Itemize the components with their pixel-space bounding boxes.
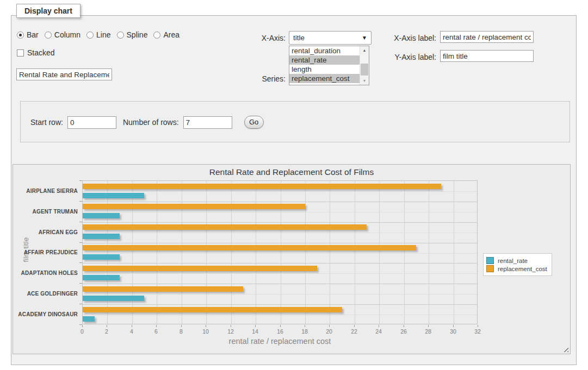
- category-label: AGENT TRUMAN: [17, 209, 78, 215]
- x-axis-label-input[interactable]: [440, 31, 534, 43]
- x-tick-mark: [181, 325, 182, 327]
- gridline-vertical: [330, 181, 330, 324]
- x-tick-mark: [329, 325, 330, 327]
- gridline-horizontal-minor: [83, 191, 477, 192]
- category-label: AFFAIR PREJUDICE: [17, 249, 78, 255]
- chart-legend: rental_ratereplacement_cost: [483, 253, 552, 276]
- row-range-panel: Start row: Number of rows: Go: [20, 101, 570, 142]
- x-tick-label: 22: [351, 328, 357, 335]
- gridline-horizontal-minor: [83, 253, 477, 254]
- gridline-horizontal: [83, 263, 477, 264]
- fieldset-legend-title: Display chart: [16, 4, 81, 18]
- series-multiselect[interactable]: rental_durationrental_ratelengthreplacem…: [289, 46, 369, 85]
- stacked-checkbox[interactable]: [17, 49, 24, 57]
- x-tick-label: 14: [252, 328, 258, 335]
- chart-type-radio-line[interactable]: Line: [86, 30, 110, 39]
- x-tick-mark: [280, 325, 281, 327]
- chart-type-radio-area[interactable]: Area: [153, 30, 180, 39]
- y-tick-mark: [79, 304, 82, 304]
- bar-replacement_cost: [83, 307, 342, 312]
- series-scrollbar[interactable]: ▲ ▼: [360, 46, 369, 85]
- start-row-label: Start row:: [30, 118, 63, 127]
- category-label: ACE GOLDFINGER: [17, 291, 78, 297]
- legend-entry-replacement_cost: replacement_cost: [486, 265, 547, 272]
- gridline-horizontal-minor: [83, 212, 477, 212]
- series-option-replacement_cost[interactable]: replacement_cost: [289, 74, 360, 83]
- stacked-checkbox-row[interactable]: Stacked: [17, 48, 55, 57]
- x-tick-mark: [379, 325, 379, 327]
- chart-title-input[interactable]: [16, 68, 112, 80]
- stacked-label: Stacked: [27, 48, 55, 57]
- legend-entry-rental_rate: rental_rate: [486, 257, 547, 264]
- y-tick-mark: [79, 262, 82, 263]
- x-tick-label: 12: [227, 328, 234, 335]
- plot-area: [82, 180, 478, 324]
- x-tick-mark: [231, 325, 231, 327]
- radio-icon[interactable]: [117, 32, 124, 39]
- gridline-vertical: [404, 181, 405, 324]
- scroll-up-icon[interactable]: ▲: [360, 46, 369, 54]
- gridline-vertical: [281, 181, 281, 324]
- category-label: AFRICAN EGG: [17, 229, 78, 235]
- resize-grip-icon[interactable]: [562, 346, 568, 352]
- radio-icon[interactable]: [153, 32, 160, 39]
- bar-rental_rate: [83, 296, 144, 301]
- x-tick-label: 18: [301, 328, 308, 335]
- radio-icon[interactable]: [86, 32, 94, 39]
- legend-label: replacement_cost: [498, 266, 547, 272]
- gridline-horizontal: [83, 304, 477, 305]
- series-options: rental_durationrental_ratelengthreplacem…: [289, 46, 360, 85]
- y-tick-mark: [79, 201, 82, 202]
- x-tick-mark: [428, 325, 429, 327]
- radio-label: Column: [54, 30, 81, 39]
- x-tick-mark: [453, 325, 454, 327]
- gridline-vertical: [107, 181, 108, 324]
- page: Display chart BarColumnLineSplineArea St…: [0, 0, 588, 370]
- gridline-vertical: [206, 181, 207, 324]
- radio-icon[interactable]: [45, 32, 52, 39]
- gridline-horizontal: [83, 222, 477, 223]
- y-axis-label-caption: Y-Axis label:: [387, 53, 436, 61]
- radio-label: Area: [163, 30, 180, 39]
- series-option-rental_rate[interactable]: rental_rate: [289, 55, 360, 65]
- scrollbar-thumb[interactable]: [361, 64, 368, 76]
- legend-label: rental_rate: [498, 258, 528, 264]
- x-tick-label: 0: [81, 328, 84, 335]
- x-tick-mark: [206, 325, 206, 327]
- select-dropdown-arrow-icon: ▼: [362, 35, 367, 41]
- x-tick-mark: [107, 325, 107, 327]
- scroll-down-icon[interactable]: ▼: [360, 77, 369, 85]
- category-label: AIRPLANE SIERRA: [17, 188, 78, 194]
- number-of-rows-label: Number of rows:: [123, 118, 179, 127]
- bar-rental_rate: [83, 254, 120, 260]
- x-tick-mark: [82, 325, 83, 327]
- number-of-rows-input[interactable]: [183, 116, 232, 129]
- gridline-horizontal: [83, 284, 477, 284]
- x-axis-select-label: X-Axis:: [234, 34, 286, 42]
- x-axis-select[interactable]: title ▼: [289, 31, 372, 45]
- start-row-input[interactable]: [67, 116, 116, 129]
- bar-replacement_cost: [83, 184, 441, 189]
- gridline-vertical: [454, 181, 454, 324]
- gridline-horizontal-minor: [83, 233, 477, 233]
- x-tick-label: 24: [375, 328, 382, 335]
- gridline-vertical: [305, 181, 306, 324]
- chart-type-radio-column[interactable]: Column: [45, 30, 81, 39]
- gridline-horizontal: [83, 243, 477, 243]
- chart-type-radio-spline[interactable]: Spline: [117, 30, 148, 39]
- bar-replacement_cost: [83, 204, 305, 209]
- x-tick-label: 28: [425, 328, 431, 335]
- category-label: ADAPTATION HOLES: [17, 270, 78, 276]
- bar-replacement_cost: [83, 245, 416, 250]
- series-option-rental_duration[interactable]: rental_duration: [289, 46, 360, 55]
- bar-rental_rate: [83, 193, 144, 198]
- y-tick-mark: [79, 242, 82, 243]
- go-button[interactable]: Go: [244, 116, 264, 129]
- chart-type-radio-bar[interactable]: Bar: [17, 30, 39, 39]
- gridline-horizontal-minor: [83, 315, 477, 315]
- gridline-vertical: [182, 181, 182, 324]
- y-axis-label-input[interactable]: [440, 50, 534, 62]
- radio-icon[interactable]: [17, 32, 24, 39]
- series-option-length[interactable]: length: [289, 65, 360, 74]
- x-tick-label: 10: [202, 328, 209, 335]
